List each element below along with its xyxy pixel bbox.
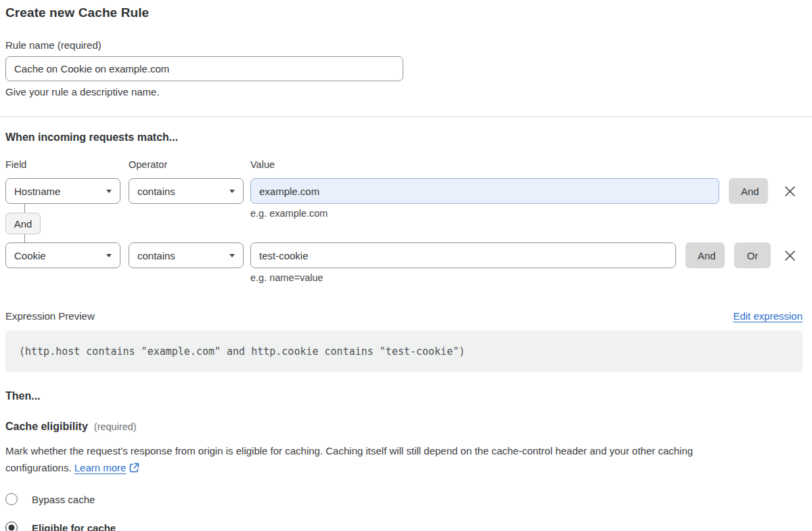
radio-label-eligible-for-cache: Eligible for cache <box>32 522 116 531</box>
match-heading: When incoming requests match... <box>5 131 807 144</box>
description-line1: Mark whether the request’s response from… <box>5 445 693 456</box>
rule-name-label: Rule name (required) <box>5 39 807 51</box>
external-link-icon <box>129 461 139 477</box>
value-input-row2[interactable] <box>250 242 676 268</box>
radio-option-bypass-cache[interactable]: Bypass cache <box>5 493 807 505</box>
radio-selected-icon[interactable] <box>5 522 18 531</box>
value-hint-row2: e.g. name=value <box>250 272 323 283</box>
cache-eligibility-description: Mark whether the request’s response from… <box>5 442 790 477</box>
radio-unselected-icon[interactable] <box>5 493 18 505</box>
add-or-condition-button-row2[interactable]: Or <box>734 242 771 268</box>
radio-option-eligible-for-cache[interactable]: Eligible for cache <box>5 522 807 531</box>
page-title: Create new Cache Rule <box>5 5 807 20</box>
then-heading: Then... <box>5 390 807 402</box>
condition-builder: Field Operator Value Hostname contains e… <box>5 159 807 285</box>
operator-column-label: Operator <box>129 159 167 170</box>
chevron-down-icon <box>106 190 112 193</box>
cache-eligibility-heading-row: Cache eligibility (required) <box>5 421 807 433</box>
description-line2: configurations. <box>5 462 72 473</box>
remove-condition-button-row2[interactable] <box>781 247 798 264</box>
add-and-condition-button-row1[interactable]: And <box>729 178 768 204</box>
expression-preview-label: Expression Preview <box>5 310 95 322</box>
required-tag: (required) <box>94 421 137 432</box>
add-and-condition-button-row2[interactable]: And <box>685 242 725 268</box>
section-divider <box>0 116 812 117</box>
cache-eligibility-heading: Cache eligibility <box>5 421 88 433</box>
value-hint-row1: e.g. example.com <box>250 208 328 219</box>
field-select-row1-value: Hostname <box>14 186 60 197</box>
rule-name-helper: Give your rule a descriptive name. <box>5 86 807 98</box>
close-icon <box>784 186 796 197</box>
expression-preview-code: (http.host contains "example.com" and ht… <box>5 331 803 372</box>
value-column-label: Value <box>250 159 275 170</box>
create-cache-rule-page: Create new Cache Rule Rule name (require… <box>0 0 812 531</box>
field-select-row2-value: Cookie <box>14 250 46 261</box>
connector-and-chip[interactable]: And <box>5 213 41 234</box>
field-select-row2[interactable]: Cookie <box>5 242 120 268</box>
connector-line <box>24 234 25 242</box>
expression-preview-header: Expression Preview Edit expression <box>5 310 803 322</box>
learn-more-link[interactable]: Learn more <box>74 462 127 473</box>
operator-select-row2-value: contains <box>137 250 175 261</box>
remove-condition-button-row1[interactable] <box>781 182 798 200</box>
value-input-row1[interactable] <box>250 178 719 204</box>
close-icon <box>784 250 796 261</box>
field-column-label: Field <box>5 159 26 170</box>
edit-expression-link[interactable]: Edit expression <box>733 310 803 322</box>
operator-select-row1[interactable]: contains <box>129 178 244 204</box>
chevron-down-icon <box>106 254 112 257</box>
field-select-row1[interactable]: Hostname <box>5 178 120 204</box>
rule-name-input[interactable] <box>5 56 403 81</box>
operator-select-row1-value: contains <box>137 186 175 197</box>
radio-label-bypass-cache: Bypass cache <box>32 494 95 505</box>
operator-select-row2[interactable]: contains <box>129 242 244 268</box>
chevron-down-icon <box>229 190 235 193</box>
chevron-down-icon <box>229 254 235 257</box>
connector-line <box>24 204 25 213</box>
